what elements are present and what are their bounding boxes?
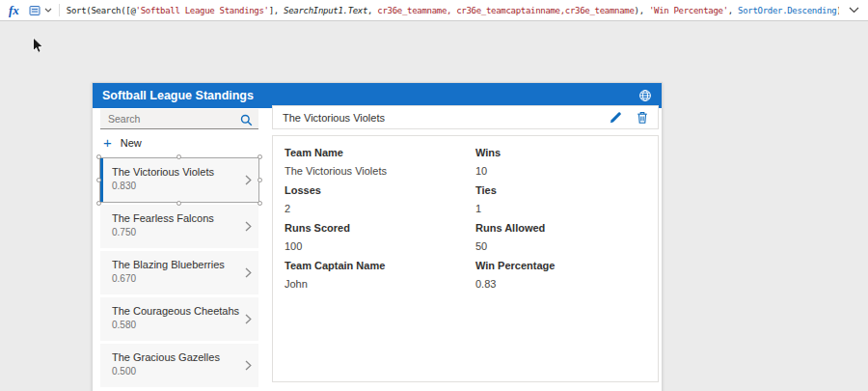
detail-field: Runs Scored100 [285,222,475,260]
team-name: The Blazing Blueberries [112,259,241,270]
design-canvas[interactable]: Softball League Standings Search + New T… [0,21,868,391]
search-input[interactable]: Search [100,109,258,129]
field-label: Losses [285,184,475,196]
formula-segment: .Descending [782,6,836,15]
field-label: Team Captain Name [285,260,475,271]
formula-bar: fx Sort(Search([@'Softball League Standi… [0,0,868,21]
formula-segment: Sort( [67,6,92,15]
detail-field: Team NameThe Victorious Violets [285,147,475,184]
browse-panel: Search + New The Victorious Violets0.830… [100,109,258,390]
selection-handle[interactable] [258,178,262,182]
field-value: 100 [285,240,475,252]
selection-handle[interactable] [258,201,262,206]
field-label: Win Percentage [475,260,658,271]
formula-segment: , [367,6,377,15]
formula-segment: , [728,6,738,15]
team-name: The Gracious Gazelles [112,351,241,363]
gallery-list-item[interactable]: The Courageous Cheetahs0.580 [100,297,258,341]
detail-field: Ties1 [475,184,658,222]
chevron-right-icon [245,175,252,185]
gallery-list-item[interactable]: The Fearless Falcons0.750 [100,205,258,248]
selection-handle[interactable] [176,201,181,206]
formula-segment: SearchInput1.Text [284,6,367,15]
plus-icon: + [103,136,112,150]
detail-field: Runs Allowed50 [475,222,658,260]
formula-bar-expand-button[interactable] [849,7,859,14]
gallery-list-item[interactable]: The Victorious Violets0.830 [100,158,258,202]
team-win-percentage: 0.580 [112,320,241,330]
mouse-cursor [32,37,44,55]
delete-trash-icon[interactable] [637,111,648,124]
detail-field: Wins10 [475,147,658,184]
search-icon[interactable] [240,113,253,130]
field-value: 50 [475,240,658,252]
field-value: 1 [475,203,658,214]
gallery-list-item[interactable]: The Gracious Gazelles0.500 [100,344,258,387]
app-screen: Softball League Standings Search + New T… [92,82,663,391]
detail-field: Team Captain NameJohn [285,260,475,297]
gallery-list-item[interactable]: The Blazing Blueberries0.670 [100,251,258,294]
chevron-right-icon [245,360,252,371]
team-name: The Fearless Falcons [112,212,241,224]
team-win-percentage: 0.500 [112,366,241,377]
chevron-right-icon [245,221,252,232]
field-label: Team Name [285,147,475,158]
detail-panel: The Victorious Violets Team NameThe Vict… [272,105,659,382]
chevron-down-icon [849,7,859,14]
detail-title: The Victorious Violets [283,112,385,124]
field-value: 10 [475,165,658,177]
team-name: The Victorious Violets [112,166,241,178]
team-gallery: The Victorious Violets0.830The Fearless … [100,158,258,387]
formula-segment: cr36e_teamname, cr36e_teamcaptainname,cr… [377,6,634,15]
selection-handle[interactable] [96,154,101,159]
field-value: John [285,278,475,290]
selection-handle[interactable] [96,178,101,182]
formula-segment: [@ [125,6,135,15]
chevron-right-icon [245,314,252,324]
formula-segment: SortOrder [738,6,782,15]
team-win-percentage: 0.830 [112,181,241,191]
formula-segment: ), [635,6,649,15]
team-win-percentage: 0.750 [112,227,241,237]
formula-type-icon [29,5,41,16]
screen-title: Softball League Standings [102,89,254,102]
divider [59,4,60,16]
formula-segment: ) [836,6,839,15]
detail-actions [610,111,648,124]
formula-segment: Search( [91,6,125,15]
team-win-percentage: 0.670 [112,273,241,284]
selection-handle[interactable] [258,154,262,159]
selection-handle[interactable] [96,201,101,206]
search-placeholder: Search [108,113,140,125]
new-item-button[interactable]: + New [103,135,258,150]
edit-pencil-icon[interactable] [610,111,622,124]
field-label: Runs Allowed [475,222,658,234]
formula-segment: ], [269,6,284,15]
field-label: Runs Scored [285,222,475,234]
chevron-right-icon [245,267,252,278]
detail-field: Win Percentage0.83 [475,260,658,297]
fx-icon: fx [9,3,19,18]
globe-icon[interactable] [638,89,652,102]
team-name: The Courageous Cheetahs [112,305,241,317]
field-label: Ties [475,184,658,196]
formula-segment: 'Win Percentage' [649,6,728,15]
detail-form: Team NameThe Victorious VioletsWins10Los… [272,135,659,382]
detail-title-bar: The Victorious Violets [272,105,659,129]
formula-segment: 'Softball League Standings' [136,6,269,15]
field-value: The Victorious Violets [285,165,475,177]
field-value: 2 [285,203,475,214]
selection-handle[interactable] [176,154,181,159]
new-item-label: New [121,137,142,149]
chevron-down-icon [44,8,52,13]
field-value: 0.83 [475,278,658,290]
field-label: Wins [475,147,658,158]
property-selector[interactable] [29,5,52,16]
formula-input[interactable]: Sort(Search([@'Softball League Standings… [67,6,839,15]
detail-field: Losses2 [285,184,475,222]
